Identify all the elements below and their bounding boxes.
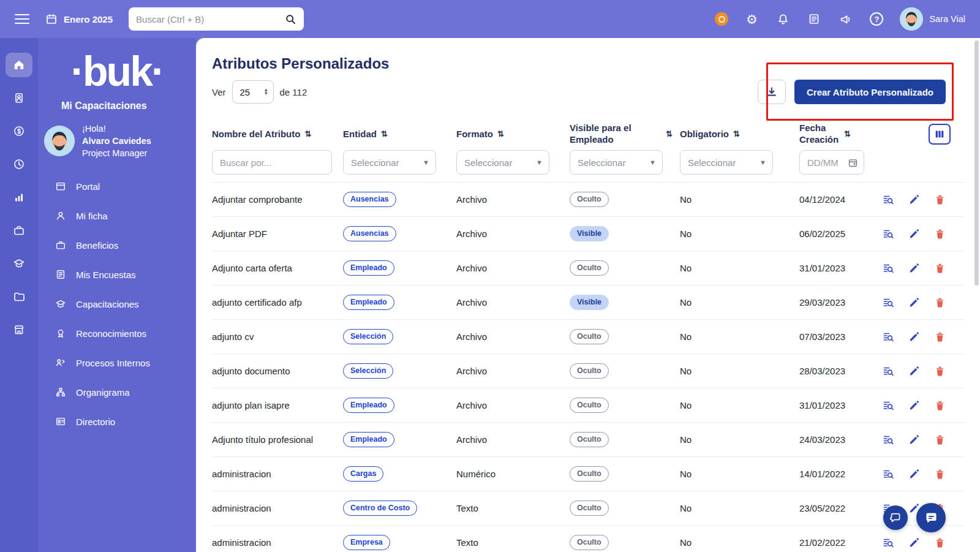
- sidebar-item-organigrama[interactable]: Organigrama: [38, 377, 196, 407]
- delete-button[interactable]: [930, 191, 949, 209]
- sort-icon[interactable]: ⇅: [666, 129, 673, 139]
- delete-button[interactable]: [930, 465, 949, 483]
- header-name[interactable]: Nombre del Atributo⇅: [212, 129, 343, 140]
- sort-icon[interactable]: ⇅: [497, 129, 504, 139]
- edit-button[interactable]: [905, 465, 923, 483]
- sort-icon[interactable]: ⇅: [304, 129, 311, 139]
- edit-button[interactable]: [905, 293, 923, 312]
- view-details-button[interactable]: [879, 362, 897, 380]
- table-row: Adjunto título profesional Empleado Arch…: [212, 422, 964, 456]
- sort-icon[interactable]: ⇅: [844, 129, 851, 139]
- edit-button[interactable]: [905, 534, 923, 552]
- sidebar-item-portal[interactable]: Portal: [38, 172, 196, 201]
- sort-icon[interactable]: ⇅: [733, 129, 740, 139]
- rail-requests-icon[interactable]: [6, 86, 32, 110]
- entity-filter-select[interactable]: Seleccionar▼: [343, 150, 436, 175]
- view-details-button[interactable]: [879, 534, 897, 552]
- cell-date: 21/02/2022: [799, 537, 879, 548]
- sidebar-item-reconocimientos[interactable]: Reconocimientos: [38, 319, 196, 348]
- news-icon[interactable]: [806, 11, 822, 27]
- visibility-pill: Oculto: [570, 501, 609, 515]
- global-search[interactable]: [129, 7, 304, 31]
- trash-icon: [934, 434, 946, 445]
- edit-button[interactable]: [905, 328, 923, 346]
- training-icon: [55, 298, 66, 309]
- rail-training-icon[interactable]: [6, 251, 32, 276]
- delete-button[interactable]: [930, 328, 949, 346]
- rail-home-icon[interactable]: [6, 53, 32, 77]
- create-attribute-button[interactable]: Crear Atributo Personalizado: [794, 80, 946, 104]
- view-details-button[interactable]: [879, 259, 897, 278]
- view-details-button[interactable]: [879, 191, 897, 209]
- search-icon[interactable]: [285, 13, 296, 25]
- rail-company-icon[interactable]: [6, 317, 32, 342]
- sidebar-item-procesos-internos[interactable]: Procesos Internos: [38, 348, 196, 377]
- view-details-button[interactable]: [879, 431, 897, 449]
- sidebar-item-label: Portal: [76, 181, 100, 192]
- cell-required: No: [680, 366, 799, 376]
- header-entity[interactable]: Entidad⇅: [343, 129, 456, 140]
- delete-button[interactable]: [930, 362, 949, 380]
- delete-button[interactable]: [930, 259, 949, 278]
- delete-button[interactable]: [930, 293, 949, 312]
- edit-button[interactable]: [905, 362, 923, 380]
- visibility-pill: Oculto: [570, 432, 609, 447]
- cell-date: 06/02/2025: [799, 229, 879, 239]
- name-filter-input[interactable]: [212, 150, 332, 175]
- edit-button[interactable]: [905, 396, 923, 415]
- page-title: Atributos Personalizados: [212, 55, 964, 72]
- edit-button[interactable]: [905, 431, 923, 449]
- delete-button[interactable]: [930, 396, 949, 415]
- announcements-megaphone-icon[interactable]: [837, 11, 853, 27]
- header-created[interactable]: Fecha Creación⇅: [799, 123, 879, 146]
- rail-talent-icon[interactable]: [6, 185, 32, 210]
- period-selector[interactable]: Enero 2025: [45, 13, 113, 25]
- help-icon[interactable]: ?: [869, 11, 884, 27]
- sidebar-item-beneficios[interactable]: Beneficios: [38, 230, 196, 260]
- rewards-coin-icon[interactable]: [715, 12, 728, 26]
- visible-filter-select[interactable]: Seleccionar▼: [570, 150, 663, 175]
- date-filter[interactable]: [799, 150, 864, 175]
- view-details-button[interactable]: [879, 293, 897, 312]
- view-details-button[interactable]: [879, 465, 897, 483]
- view-details-button[interactable]: [879, 225, 897, 243]
- header-visible[interactable]: Visible para el Empleado⇅: [570, 123, 680, 146]
- rail-time-icon[interactable]: [6, 152, 32, 176]
- edit-button[interactable]: [905, 191, 923, 209]
- view-details-button[interactable]: [879, 396, 897, 415]
- format-filter-select[interactable]: Seleccionar▼: [456, 150, 549, 175]
- rail-benefits-icon[interactable]: [6, 218, 32, 243]
- document-search-icon: [882, 194, 894, 206]
- view-details-button[interactable]: [879, 328, 897, 346]
- rail-documents-icon[interactable]: [6, 284, 32, 309]
- menu-icon[interactable]: [15, 11, 29, 27]
- user-menu[interactable]: Sara Vial: [900, 7, 965, 31]
- sidebar-item-mi-ficha[interactable]: Mi ficha: [38, 201, 196, 230]
- sidebar-item-directorio[interactable]: Directorio: [38, 407, 196, 436]
- cell-name: Adjuntar PDF: [212, 229, 343, 239]
- header-required[interactable]: Obligatorio⇅: [680, 129, 799, 140]
- header-format[interactable]: Formato⇅: [456, 129, 570, 140]
- page-size-select[interactable]: 25 ▴▾: [232, 80, 274, 104]
- download-button[interactable]: [758, 80, 786, 104]
- trash-icon: [934, 537, 946, 548]
- edit-button[interactable]: [905, 225, 923, 243]
- notifications-bell-icon[interactable]: [775, 11, 791, 27]
- edit-button[interactable]: [905, 259, 923, 278]
- sidebar-item-mis-encuestas[interactable]: Mis Encuestas: [38, 260, 196, 289]
- sidebar-item-capacitaciones[interactable]: Capacitaciones: [38, 289, 196, 319]
- support-chat-button[interactable]: [916, 503, 946, 532]
- delete-button[interactable]: [930, 534, 949, 552]
- user-avatar[interactable]: [900, 7, 923, 31]
- page-scrollbar[interactable]: [974, 40, 979, 285]
- date-filter-input[interactable]: [807, 157, 843, 168]
- required-filter-select[interactable]: Seleccionar▼: [680, 150, 773, 175]
- column-settings-button[interactable]: [929, 124, 951, 145]
- delete-button[interactable]: [930, 431, 949, 449]
- sort-icon[interactable]: ⇅: [381, 129, 388, 139]
- feedback-chat-button[interactable]: [883, 505, 908, 530]
- search-input[interactable]: [136, 14, 285, 25]
- settings-icon[interactable]: ⚙: [744, 11, 760, 27]
- rail-payroll-icon[interactable]: $: [6, 119, 32, 143]
- delete-button[interactable]: [930, 225, 949, 243]
